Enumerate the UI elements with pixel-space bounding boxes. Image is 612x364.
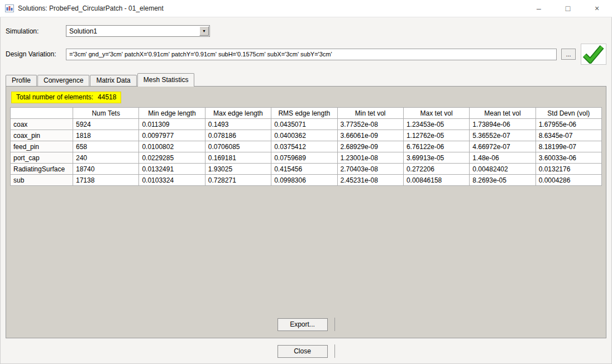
mesh-statistics-panel: Total number of elements:44518 Num TetsM… (6, 86, 606, 338)
total-elements-value: 44518 (98, 93, 116, 101)
mesh-statistics-table: Num TetsMin edge lengthMax edge lengthRM… (10, 107, 602, 186)
column-header[interactable]: Mean tet vol (470, 108, 536, 119)
column-header[interactable]: Std Devn (vol) (536, 108, 601, 119)
value-cell: 5.36552e-07 (470, 130, 536, 141)
close-button[interactable]: Close (278, 345, 328, 358)
value-cell: 1.67955e-06 (536, 119, 601, 130)
check-icon (582, 45, 605, 64)
value-cell: 240 (73, 152, 139, 164)
value-cell: 0.0998306 (271, 175, 337, 186)
value-cell: 2.68929e-09 (337, 141, 403, 152)
value-cell: 0.0103324 (139, 175, 205, 186)
window-title: Solutions: ProbeFed_CircularPatch - 01_e… (18, 4, 164, 12)
value-cell: 18740 (73, 164, 139, 175)
value-cell: 1.23453e-05 (403, 119, 469, 130)
tab-matrix-data[interactable]: Matrix Data (90, 75, 136, 86)
export-divider (334, 318, 335, 331)
value-cell: 0.0229285 (139, 152, 205, 164)
mesh-table-body: coax59240.0113090.14930.04350713.77352e-… (11, 119, 602, 186)
value-cell: 1.23001e-08 (337, 152, 403, 164)
table-row: feed_pin6580.01008020.07060850.03754122.… (11, 141, 602, 152)
maximize-icon: □ (566, 4, 570, 13)
close-button-label: Close (294, 347, 311, 355)
mesh-table-header-row: Num TetsMin edge lengthMax edge lengthRM… (11, 108, 602, 119)
tab-profile[interactable]: Profile (6, 75, 37, 86)
value-cell: 0.169181 (205, 152, 271, 164)
value-cell: 0.00482402 (470, 164, 536, 175)
value-cell: 2.70403e-08 (337, 164, 403, 175)
minimize-icon: – (537, 4, 541, 13)
close-divider (334, 344, 335, 358)
table-row: sub171380.01033240.7282710.09983062.4523… (11, 175, 602, 186)
table-row: RadiatingSurface187400.01324911.930250.4… (11, 164, 602, 175)
close-window-button[interactable]: × (582, 0, 611, 17)
value-cell: 8.2693e-05 (470, 175, 536, 186)
row-name-cell[interactable]: feed_pin (11, 141, 73, 152)
value-cell: 0.00846158 (403, 175, 469, 186)
window-controls: – □ × (524, 0, 611, 17)
export-button[interactable]: Export... (278, 318, 328, 331)
value-cell: 4.66972e-07 (470, 141, 536, 152)
value-cell: 1.48e-06 (470, 152, 536, 164)
simulation-label: Simulation: (6, 27, 66, 35)
column-header[interactable]: Max tet vol (403, 108, 469, 119)
total-elements-text: Total number of elements: (16, 93, 93, 101)
tab-convergence[interactable]: Convergence (37, 75, 89, 86)
browse-button[interactable]: ... (561, 49, 576, 60)
value-cell: 0.0375412 (271, 141, 337, 152)
value-cell: 0.0132491 (139, 164, 205, 175)
close-row: Close (6, 344, 606, 358)
title-bar[interactable]: Solutions: ProbeFed_CircularPatch - 01_e… (0, 0, 612, 17)
value-cell: 0.0004286 (536, 175, 601, 186)
value-cell: 1.12762e-05 (403, 130, 469, 141)
value-cell: 8.18199e-07 (536, 141, 601, 152)
table-row: coax59240.0113090.14930.04350713.77352e-… (11, 119, 602, 130)
value-cell: 0.728271 (205, 175, 271, 186)
value-cell: 1818 (73, 130, 139, 141)
row-name-cell[interactable]: sub (11, 175, 73, 186)
table-row: port_cap2400.02292850.1691810.07596891.2… (11, 152, 602, 164)
value-cell: 3.77352e-08 (337, 119, 403, 130)
value-cell: 0.0400362 (271, 130, 337, 141)
value-cell: 0.0132176 (536, 164, 601, 175)
design-variation-field[interactable]: ='3cm' gnd_y='3cm' patchX='0.91cm' patch… (66, 49, 557, 60)
validation-check-container (581, 44, 606, 65)
total-elements-label: Total number of elements:44518 (11, 92, 121, 103)
simulation-combobox[interactable]: Solution1 ▼ (66, 25, 210, 37)
combobox-dropdown-button[interactable]: ▼ (199, 26, 209, 36)
app-icon (5, 4, 14, 12)
browse-button-label: ... (566, 51, 571, 57)
value-cell: 0.011309 (139, 119, 205, 130)
value-cell: 658 (73, 141, 139, 152)
simulation-value: Solution1 (69, 27, 97, 35)
value-cell: 0.078186 (205, 130, 271, 141)
column-header[interactable]: Num Tets (73, 108, 139, 119)
tab-mesh-statistics[interactable]: Mesh Statistics (137, 73, 195, 87)
value-cell: 0.0706085 (205, 141, 271, 152)
column-header[interactable]: Min tet vol (337, 108, 403, 119)
close-icon: × (595, 4, 599, 13)
value-cell: 0.0435071 (271, 119, 337, 130)
row-name-cell[interactable]: port_cap (11, 152, 73, 164)
value-cell: 0.0100802 (139, 141, 205, 152)
row-name-cell[interactable]: coax_pin (11, 130, 73, 141)
column-header[interactable]: Max edge length (205, 108, 271, 119)
value-cell: 0.0097977 (139, 130, 205, 141)
dialog-content: Simulation: Solution1 ▼ Design Variation… (0, 17, 612, 364)
value-cell: 0.272206 (403, 164, 469, 175)
simulation-row: Simulation: Solution1 ▼ (6, 25, 606, 37)
column-header[interactable]: RMS edge length (271, 108, 337, 119)
value-cell: 3.66061e-09 (337, 130, 403, 141)
row-name-cell[interactable]: RadiatingSurface (11, 164, 73, 175)
corner-header-cell (11, 108, 73, 119)
value-cell: 17138 (73, 175, 139, 186)
minimize-button[interactable]: – (524, 0, 553, 17)
value-cell: 0.0759689 (271, 152, 337, 164)
table-row: coax_pin18180.00979770.0781860.04003623.… (11, 130, 602, 141)
maximize-button[interactable]: □ (553, 0, 582, 17)
column-header[interactable]: Min edge length (139, 108, 205, 119)
chevron-down-icon: ▼ (202, 29, 206, 33)
design-variation-value: ='3cm' gnd_y='3cm' patchX='0.91cm' patch… (69, 51, 332, 58)
row-name-cell[interactable]: coax (11, 119, 73, 130)
tab-bar: ProfileConvergenceMatrix DataMesh Statis… (6, 73, 606, 86)
